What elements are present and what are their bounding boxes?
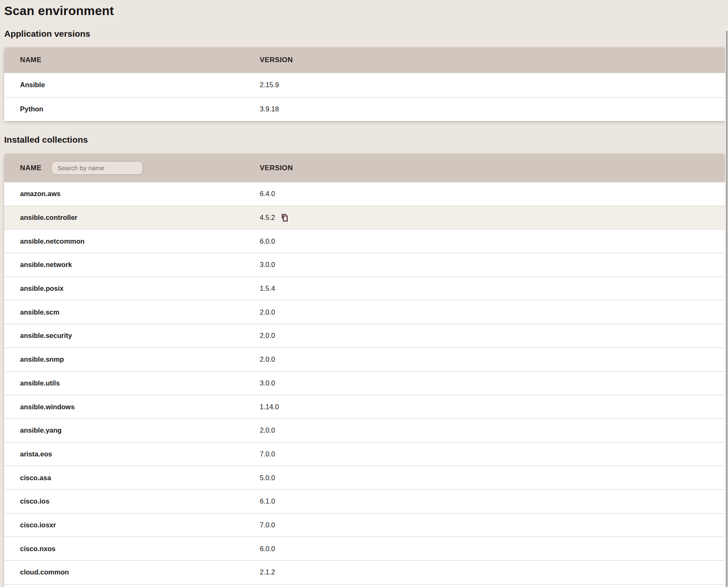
row-name-cell: amazon.aws xyxy=(4,190,260,198)
table-row: ansible.snmp 2.0.0 xyxy=(4,348,725,372)
application-versions-table-header: NAME VERSION xyxy=(4,47,725,73)
row-name-cell: arista.eos xyxy=(4,450,260,458)
application-versions-heading: Application versions xyxy=(4,28,728,39)
installed-collections-heading: Installed collections xyxy=(4,134,728,145)
row-version-cell: 2.1.2 xyxy=(260,568,725,576)
row-version-value: 2.0.0 xyxy=(260,355,275,363)
column-header-version: VERSION xyxy=(260,164,725,172)
table-row: ansible.windows 1.14.0 xyxy=(4,395,725,419)
row-version-cell: 2.0.0 xyxy=(260,355,725,363)
scan-environment-page: Scan environment Application versions NA… xyxy=(0,0,728,587)
row-version-value: 2.0.0 xyxy=(260,332,275,340)
row-name-cell: ansible.posix xyxy=(4,285,260,292)
row-version-cell: 6.0.0 xyxy=(260,545,725,553)
installed-collections-table-body: amazon.aws 6.4.0 ansible.controller 4.5.… xyxy=(4,182,725,584)
row-name-cell: Ansible xyxy=(4,81,260,89)
row-version-value: 1.5.4 xyxy=(260,285,275,292)
row-version-cell: 1.5.4 xyxy=(260,285,725,292)
row-name-cell: cloud.common xyxy=(4,568,260,576)
row-version-cell: 7.0.0 xyxy=(260,450,725,458)
table-row: ansible.network 3.0.0 xyxy=(4,253,725,277)
row-version-value: 2.0.0 xyxy=(260,308,275,316)
table-row: Ansible 2.15.9 xyxy=(4,73,725,97)
column-header-version: VERSION xyxy=(260,56,725,64)
table-row: arista.eos 7.0.0 xyxy=(4,443,725,466)
row-version-cell: 5.0.0 xyxy=(260,474,725,482)
row-version-value: 7.0.0 xyxy=(260,521,275,529)
row-version-cell: 2.0.0 xyxy=(260,332,725,340)
row-name-cell: ansible.security xyxy=(4,332,260,340)
row-version-cell: 2.15.9 xyxy=(260,81,725,89)
column-header-name: NAME xyxy=(4,161,260,175)
row-name-cell: ansible.netcommon xyxy=(4,237,260,245)
row-version-value: 2.15.9 xyxy=(260,81,279,89)
row-name-cell: ansible.yang xyxy=(4,426,260,434)
column-header-name-label: NAME xyxy=(20,164,42,172)
table-row: ansible.yang 2.0.0 xyxy=(4,419,725,443)
row-name-cell: cisco.iosxr xyxy=(4,521,260,529)
table-row: ansible.controller 4.5.2 xyxy=(4,206,725,230)
row-version-cell: 3.9.18 xyxy=(260,105,725,113)
column-header-name: NAME xyxy=(4,56,260,64)
table-row: ansible.utils 3.0.0 xyxy=(4,372,725,396)
row-name-cell: ansible.windows xyxy=(4,403,260,411)
table-row: ansible.scm 2.0.0 xyxy=(4,300,725,324)
table-row: Python 3.9.18 xyxy=(4,97,725,121)
row-version-value: 2.0.0 xyxy=(260,426,275,434)
row-name-cell: cisco.ios xyxy=(4,497,260,505)
row-name-cell: cisco.asa xyxy=(4,474,260,482)
row-version-value: 6.1.0 xyxy=(260,497,275,505)
table-row: ansible.posix 1.5.4 xyxy=(4,277,725,301)
row-version-cell: 3.0.0 xyxy=(260,261,725,269)
table-row: cisco.ios 6.1.0 xyxy=(4,490,725,514)
vertical-scrollbar-track[interactable] xyxy=(725,28,728,587)
table-row: ansible.netcommon 6.0.0 xyxy=(4,229,725,253)
table-row: cisco.iosxr 7.0.0 xyxy=(4,514,725,537)
copy-version-button[interactable] xyxy=(281,214,289,222)
table-row: cisco.asa 5.0.0 xyxy=(4,466,725,490)
row-version-value: 6.4.0 xyxy=(260,190,275,198)
row-version-cell: 6.0.0 xyxy=(260,237,725,245)
row-name-cell: ansible.network xyxy=(4,261,260,269)
row-version-cell: 2.0.0 xyxy=(260,308,725,316)
row-name-cell: Python xyxy=(4,105,260,113)
row-version-cell: 6.4.0 xyxy=(260,190,725,198)
row-version-value: 2.1.2 xyxy=(260,568,275,576)
search-input[interactable] xyxy=(51,161,143,175)
row-name-cell: ansible.controller xyxy=(4,214,260,222)
row-version-cell: 4.5.2 xyxy=(260,214,725,222)
page-title: Scan environment xyxy=(4,3,728,18)
row-version-value: 6.0.0 xyxy=(260,237,275,245)
row-version-value: 3.0.0 xyxy=(260,261,275,269)
application-versions-table-body: Ansible 2.15.9 Python 3.9.18 xyxy=(4,73,725,121)
installed-collections-table: NAME VERSION amazon.aws 6.4.0 ansible.co… xyxy=(4,154,725,587)
table-row: cloud.common 2.1.2 xyxy=(4,561,725,584)
row-version-value: 1.14.0 xyxy=(260,403,279,411)
row-version-value: 3.0.0 xyxy=(260,379,275,387)
row-version-value: 5.0.0 xyxy=(260,474,275,482)
table-row: cisco.nxos 6.0.0 xyxy=(4,537,725,561)
row-version-cell: 7.0.0 xyxy=(260,521,725,529)
row-version-cell: 1.14.0 xyxy=(260,403,725,411)
row-version-cell: 3.0.0 xyxy=(260,379,725,387)
row-name-cell: ansible.utils xyxy=(4,379,260,387)
row-version-value: 3.9.18 xyxy=(260,105,279,113)
row-version-value: 4.5.2 xyxy=(260,214,275,222)
row-version-value: 6.0.0 xyxy=(260,545,275,553)
application-versions-table: NAME VERSION Ansible 2.15.9 Python 3.9.1… xyxy=(4,47,725,121)
row-name-cell: ansible.snmp xyxy=(4,355,260,363)
column-header-name-label: NAME xyxy=(20,56,42,64)
vertical-scrollbar-thumb[interactable] xyxy=(726,30,728,587)
installed-collections-table-header: NAME VERSION xyxy=(4,154,725,182)
row-name-cell: ansible.scm xyxy=(4,308,260,316)
table-row: ansible.security 2.0.0 xyxy=(4,324,725,348)
table-row: amazon.aws 6.4.0 xyxy=(4,182,725,206)
copy-icon xyxy=(281,214,289,222)
row-version-value: 7.0.0 xyxy=(260,450,275,458)
row-version-cell: 6.1.0 xyxy=(260,497,725,505)
row-version-cell: 2.0.0 xyxy=(260,426,725,434)
row-name-cell: cisco.nxos xyxy=(4,545,260,553)
